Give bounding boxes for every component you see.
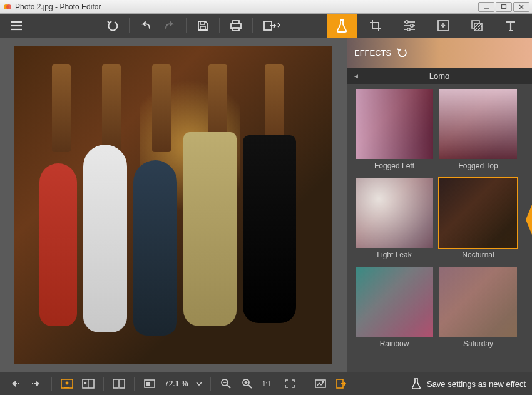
svg-point-18 xyxy=(411,24,413,27)
window-title: Photo 2.jpg - Photo Editor xyxy=(15,3,478,11)
effect-thumbnail[interactable]: Nocturnal xyxy=(439,178,517,263)
canvas-area xyxy=(0,38,347,372)
effects-category-header[interactable]: ◄ Lomo xyxy=(347,68,532,84)
effect-thumbnail-label: Saturday xyxy=(463,339,493,348)
svg-rect-3 xyxy=(502,4,506,8)
effect-thumbnail[interactable]: Rainbow xyxy=(356,267,433,352)
svg-rect-34 xyxy=(146,382,150,386)
flask-icon xyxy=(411,377,422,390)
window-titlebar: Photo 2.jpg - Photo Editor xyxy=(0,0,532,14)
next-image-button[interactable] xyxy=(28,376,45,392)
menu-button[interactable] xyxy=(6,16,26,35)
zoom-100-button[interactable]: 1:1 xyxy=(260,376,277,392)
svg-text:1:1: 1:1 xyxy=(262,381,271,387)
app-icon xyxy=(3,2,13,12)
redo-button[interactable] xyxy=(160,16,180,35)
svg-line-39 xyxy=(248,385,252,388)
svg-line-36 xyxy=(227,385,230,388)
save-as-effect-label: Save settings as new effect xyxy=(427,379,526,389)
split-view-button[interactable] xyxy=(110,376,128,392)
navigator-button[interactable] xyxy=(312,376,329,392)
save-button[interactable] xyxy=(193,16,213,35)
export-button[interactable] xyxy=(259,16,284,35)
tab-text[interactable] xyxy=(496,14,526,38)
effect-thumbnail[interactable]: Light Leak xyxy=(356,178,433,263)
tab-effects[interactable] xyxy=(327,14,357,38)
apply-export-button[interactable] xyxy=(333,376,350,392)
svg-rect-9 xyxy=(200,21,205,24)
svg-point-16 xyxy=(406,21,408,23)
sliders-icon xyxy=(402,19,416,32)
svg-rect-32 xyxy=(120,379,125,388)
undo-button[interactable] xyxy=(136,16,156,35)
window-controls xyxy=(478,2,529,12)
image-canvas[interactable] xyxy=(14,46,332,364)
maximize-button[interactable] xyxy=(496,2,512,12)
effect-thumbnail-label: Fogged Left xyxy=(374,162,414,170)
print-button[interactable] xyxy=(226,16,246,35)
tab-textures[interactable] xyxy=(462,14,492,38)
flask-icon xyxy=(335,18,349,33)
zoom-readout: 72.1 % xyxy=(165,379,188,388)
svg-rect-31 xyxy=(113,379,118,388)
effect-thumbnail[interactable]: Saturday xyxy=(439,267,517,352)
bottom-toolbar: 72.1 % 1:1 Save settings as new effect xyxy=(0,372,532,395)
svg-rect-12 xyxy=(233,21,239,24)
effects-banner: EFFECTS xyxy=(347,38,532,68)
text-icon xyxy=(504,19,518,33)
tab-crop[interactable] xyxy=(361,14,391,38)
compare-view-button[interactable] xyxy=(79,376,97,392)
effect-thumbnail[interactable]: Fogged Top xyxy=(439,89,517,174)
single-view-button[interactable] xyxy=(58,376,76,392)
close-button[interactable] xyxy=(513,2,529,12)
effect-thumbnail-label: Rainbow xyxy=(380,339,409,348)
effects-category-label: Lomo xyxy=(429,71,450,81)
prev-image-button[interactable] xyxy=(6,376,24,392)
effects-back-icon[interactable] xyxy=(396,48,407,57)
revert-button[interactable] xyxy=(103,16,123,35)
fullscreen-button[interactable] xyxy=(281,376,299,392)
effect-thumbnail-label: Fogged Top xyxy=(458,162,498,170)
zoom-dropdown-button[interactable] xyxy=(194,376,204,392)
zoom-in-button[interactable] xyxy=(238,376,256,392)
svg-rect-10 xyxy=(200,26,205,30)
texture-icon xyxy=(470,19,484,33)
crop-icon xyxy=(369,19,382,33)
tab-frames[interactable] xyxy=(428,14,458,38)
tab-adjust[interactable] xyxy=(394,14,424,38)
save-as-effect-button[interactable]: Save settings as new effect xyxy=(411,377,526,390)
zoom-out-button[interactable] xyxy=(217,376,235,392)
svg-point-1 xyxy=(6,4,11,9)
effect-thumbnail-label: Nocturnal xyxy=(462,250,494,259)
svg-point-20 xyxy=(407,28,410,31)
svg-point-44 xyxy=(322,381,324,383)
minimize-button[interactable] xyxy=(478,2,494,12)
effects-side-panel: EFFECTS ◄ Lomo Fogged LeftFogged TopLigh… xyxy=(347,38,532,372)
effect-thumbnail-label: Light Leak xyxy=(377,250,411,259)
svg-point-30 xyxy=(84,382,87,384)
effects-thumbnail-grid: Fogged LeftFogged TopLight LeakNocturnal… xyxy=(347,84,532,372)
effect-thumbnail[interactable]: Fogged Left xyxy=(356,89,433,174)
main-toolbar xyxy=(0,14,532,38)
effects-title: EFFECTS xyxy=(354,48,391,58)
zoom-fit-icon xyxy=(141,376,158,392)
chevron-left-icon[interactable]: ◄ xyxy=(353,73,359,80)
svg-point-27 xyxy=(66,382,69,385)
frame-icon xyxy=(436,19,450,33)
